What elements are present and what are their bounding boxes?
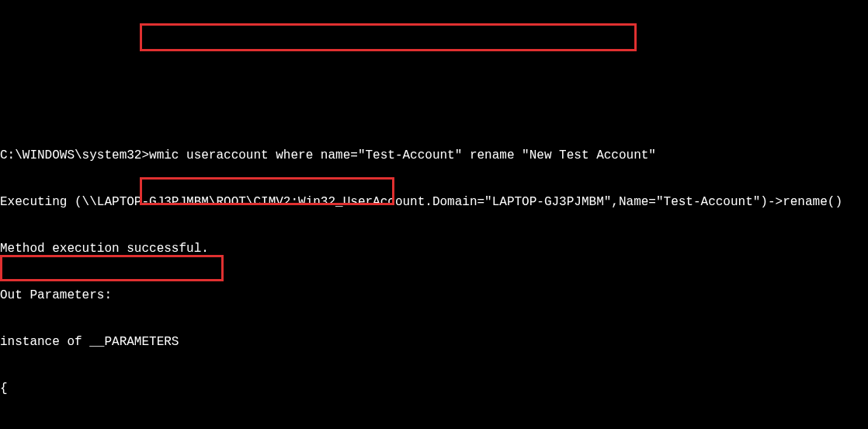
command1-text: wmic useraccount where name="Test-Accoun… <box>149 148 656 162</box>
output-method: Method execution successful. <box>0 241 868 256</box>
output-outparams: Out Parameters: <box>0 288 868 303</box>
output-exec: Executing (\\LAPTOP-GJ3PJMBM\ROOT\CIMV2:… <box>0 194 868 210</box>
highlight-command1 <box>140 23 637 51</box>
prompt-1: C:\WINDOWS\system32> <box>0 148 149 162</box>
output-instance: instance of __PARAMETERS <box>0 334 868 350</box>
output-brace-open: { <box>0 381 868 396</box>
highlight-row-test-account <box>0 255 224 281</box>
blank-line <box>0 101 868 117</box>
terminal-window[interactable]: C:\WINDOWS\system32>wmic useraccount whe… <box>0 8 868 429</box>
command-line-1: C:\WINDOWS\system32>wmic useraccount whe… <box>0 148 868 163</box>
